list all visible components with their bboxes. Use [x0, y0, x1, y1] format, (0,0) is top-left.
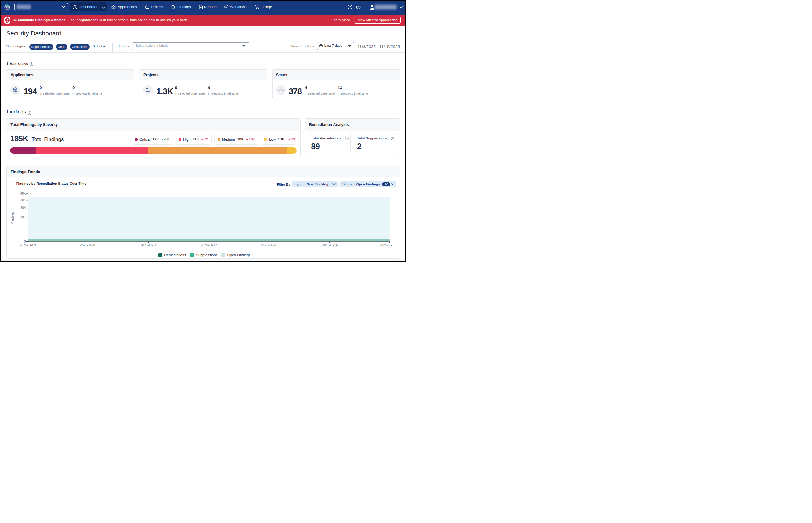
svg-text:i: i	[392, 137, 393, 140]
svg-text:i: i	[346, 137, 347, 140]
svg-text:i: i	[29, 112, 30, 115]
svg-text:i: i	[31, 63, 32, 66]
